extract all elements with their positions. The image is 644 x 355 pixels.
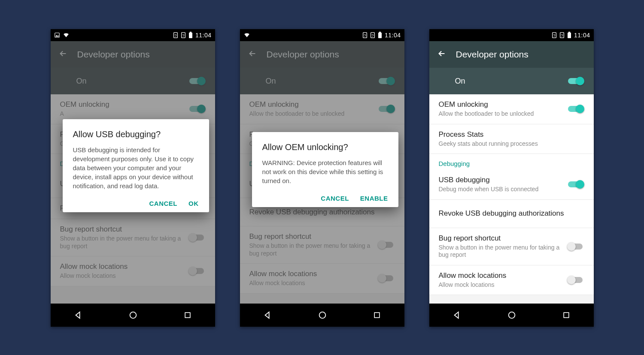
mock-toggle[interactable] [567,275,584,285]
battery-icon [567,32,571,39]
svg-marker-1 [55,35,58,36]
nav-recent-icon[interactable] [183,311,192,319]
item-subtitle: Allow the bootloader to be unlocked [439,110,563,118]
svg-text:?: ? [364,33,366,38]
cancel-button[interactable]: CANCEL [149,200,178,207]
svg-rect-10 [185,313,190,318]
settings-list: OEM unlocking Allow the bootloader to be… [429,94,594,304]
navigation-bar [429,304,594,327]
appbar-title: Developer options [456,49,529,60]
item-subtitle: Geeky stats about running processes [439,140,580,148]
nav-back-icon[interactable] [73,310,83,320]
usb-toggle[interactable] [567,179,584,190]
bug-report-item[interactable]: Bug report shortcut Show a button in the… [429,228,594,265]
oem-unlocking-dialog: Allow OEM unlocking? WARNING: Device pro… [252,132,398,207]
svg-rect-25 [568,32,570,33]
usb-debugging-dialog: Allow USB debugging? USB debugging is in… [63,119,209,212]
svg-rect-0 [55,33,59,38]
svg-rect-6 [189,33,192,38]
master-toggle[interactable] [567,76,584,86]
svg-point-27 [509,312,515,319]
nav-home-icon[interactable] [318,310,327,320]
card-icon: ? [181,32,186,38]
svg-rect-19 [374,313,380,318]
process-stats-item[interactable]: Process Stats Geeky stats about running … [429,124,594,154]
svg-rect-24 [568,33,571,38]
status-time: 11:04 [195,32,212,39]
phone-screen-3: ? ? 11:04 Developer options On OEM unloc… [429,29,594,327]
oem-toggle[interactable] [567,104,584,114]
revoke-item[interactable]: Revoke USB debugging authorizations [429,200,594,228]
svg-rect-28 [564,313,569,318]
mock-locations-item[interactable]: Allow mock locations Allow mock location… [429,265,594,295]
nav-home-icon[interactable] [128,310,138,320]
debugging-section-header: Debugging [429,154,594,170]
image-icon [54,32,60,38]
svg-marker-26 [454,312,458,319]
item-subtitle: Show a button in the power menu for taki… [439,244,563,259]
back-icon[interactable] [437,49,447,60]
phone-screen-2: ? ? 11:04 Developer options On OEM unloc… [240,29,404,327]
app-bar: Developer options [429,41,594,68]
master-toggle-row[interactable]: On [429,68,594,94]
svg-rect-15 [378,33,382,38]
oem-unlocking-item[interactable]: OEM unlocking Allow the bootloader to be… [429,94,594,124]
item-title: OEM unlocking [439,100,563,109]
svg-text:?: ? [561,33,563,38]
dialog-title: Allow OEM unlocking? [262,142,388,152]
nav-home-icon[interactable] [507,310,516,320]
cancel-button[interactable]: CANCEL [321,195,349,202]
ok-button[interactable]: OK [188,200,199,207]
svg-point-9 [130,312,137,319]
status-bar: ? ? 11:04 [429,29,594,41]
phone-screen-1: ? ? 11:04 Developer options On OEM unloc… [51,29,215,327]
usb-debugging-item[interactable]: USB debugging Debug mode when USB is con… [429,170,594,200]
svg-marker-17 [265,312,269,319]
svg-rect-7 [190,32,191,33]
svg-text:?: ? [553,33,556,38]
navigation-bar [51,304,215,327]
svg-text:?: ? [182,33,185,38]
battery-icon [378,32,382,39]
item-subtitle: Debug mode when USB is connected [439,186,563,193]
svg-point-18 [319,312,326,319]
wifi-icon [243,32,250,38]
dialog-title: Allow USB debugging? [73,129,199,139]
card-icon: ? [362,32,368,38]
item-subtitle: Allow mock locations [439,281,563,289]
bugreport-toggle[interactable] [567,241,584,252]
card-icon: ? [370,32,375,38]
card-icon: ? [552,32,557,38]
dialog-body: USB debugging is intended for developmen… [73,145,199,190]
nav-recent-icon[interactable] [373,311,381,319]
status-bar: ? ? 11:04 [51,29,215,41]
navigation-bar [240,304,404,327]
svg-marker-8 [76,312,79,319]
card-icon: ? [559,32,565,38]
nav-back-icon[interactable] [452,310,462,320]
nav-recent-icon[interactable] [562,311,571,319]
svg-text:?: ? [175,33,177,38]
nav-back-icon[interactable] [263,310,272,320]
master-toggle-label: On [455,77,465,86]
status-time: 11:04 [574,32,590,39]
status-time: 11:04 [385,32,401,39]
wifi-icon [63,32,70,38]
item-title: Revoke USB debugging authorizations [439,209,580,218]
item-title: Bug report shortcut [439,234,563,243]
card-icon: ? [173,32,178,38]
battery-icon [188,32,193,39]
dialog-body: WARNING: Device protection features will… [262,158,388,185]
item-title: USB debugging [439,176,563,184]
svg-rect-16 [379,32,381,33]
item-title: Process Stats [439,130,580,139]
status-bar: ? ? 11:04 [240,29,404,41]
enable-button[interactable]: ENABLE [360,195,388,202]
svg-text:?: ? [372,33,374,38]
item-title: Allow mock locations [439,271,563,280]
